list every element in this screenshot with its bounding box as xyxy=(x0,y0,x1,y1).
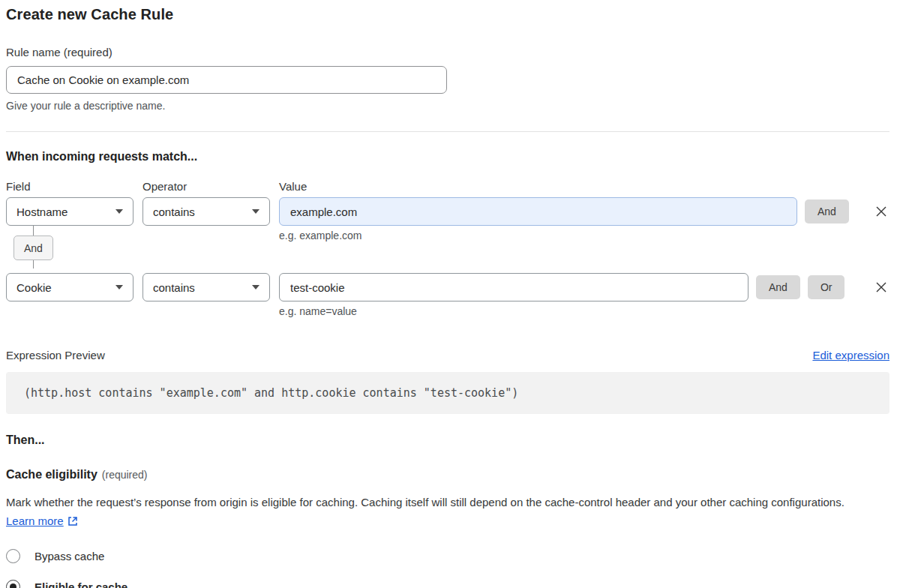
chevron-down-icon xyxy=(252,209,260,214)
operator-select-value: contains xyxy=(153,206,195,218)
value-input-row2[interactable] xyxy=(279,273,748,302)
value-column-row1: e.g. example.com xyxy=(279,197,797,242)
radio-unchecked-icon[interactable] xyxy=(6,549,20,563)
create-cache-rule-form: Create new Cache Rule Rule name (require… xyxy=(6,0,890,588)
remove-row2-button[interactable] xyxy=(873,279,890,296)
description-text: Mark whether the request’s response from… xyxy=(6,496,844,508)
close-icon xyxy=(875,281,887,293)
then-heading: Then... xyxy=(6,434,890,447)
edit-expression-link[interactable]: Edit expression xyxy=(812,349,890,362)
expression-header: Expression Preview Edit expression xyxy=(6,349,890,362)
connector-and-button[interactable]: And xyxy=(14,236,53,260)
value-input-row1[interactable] xyxy=(279,197,797,226)
radio-label: Bypass cache xyxy=(34,550,104,562)
required-tag: (required) xyxy=(102,469,148,481)
radio-checked-icon[interactable] xyxy=(6,580,20,588)
rule-name-label: Rule name (required) xyxy=(6,46,890,58)
expression-preview-label: Expression Preview xyxy=(6,349,105,362)
match-row-1: Hostname contains e.g. example.com And xyxy=(6,197,890,242)
or-button-row2[interactable]: Or xyxy=(808,275,845,299)
radio-option-bypass-cache[interactable]: Bypass cache xyxy=(6,549,890,563)
field-select-hostname[interactable]: Hostname xyxy=(6,197,134,226)
row-connector: And xyxy=(6,242,890,268)
field-select-cookie[interactable]: Cookie xyxy=(6,273,134,302)
operator-select-row1[interactable]: contains xyxy=(142,197,270,226)
radio-label: Eligible for cache xyxy=(34,580,128,588)
operator-column-label: Operator xyxy=(142,180,270,193)
rule-name-help: Give your rule a descriptive name. xyxy=(6,100,890,112)
cache-eligibility-title: Cache eligibility xyxy=(6,468,98,481)
external-link-icon xyxy=(68,516,78,526)
radio-option-eligible-for-cache[interactable]: Eligible for cache xyxy=(6,580,890,588)
value-column-label: Value xyxy=(279,180,307,193)
chevron-down-icon xyxy=(252,285,260,290)
section-divider xyxy=(6,131,890,132)
learn-more-link[interactable]: Learn more xyxy=(6,514,64,527)
field-column-label: Field xyxy=(6,180,134,193)
chevron-down-icon xyxy=(116,285,123,290)
field-select-value: Hostname xyxy=(16,206,68,218)
operator-select-value: contains xyxy=(153,281,195,294)
cache-eligibility-heading: Cache eligibility(required) xyxy=(6,468,890,482)
operator-select-row2[interactable]: contains xyxy=(142,273,270,302)
value-hint-row2: e.g. name=value xyxy=(279,305,748,317)
close-icon xyxy=(875,206,887,218)
match-heading: When incoming requests match... xyxy=(6,150,890,164)
page-title: Create new Cache Rule xyxy=(6,0,890,23)
match-row-2: Cookie contains e.g. name=value And Or xyxy=(6,273,890,317)
and-button-row2[interactable]: And xyxy=(756,275,800,299)
field-select-value: Cookie xyxy=(16,281,52,294)
cache-eligibility-description: Mark whether the request’s response from… xyxy=(6,494,876,531)
value-hint-row1: e.g. example.com xyxy=(279,230,797,242)
rule-name-input[interactable] xyxy=(6,66,447,94)
expression-preview-box: (http.host contains "example.com" and ht… xyxy=(6,372,890,414)
and-button-row1[interactable]: And xyxy=(805,200,849,224)
chevron-down-icon xyxy=(116,209,123,214)
remove-row1-button[interactable] xyxy=(873,203,890,220)
value-column-row2: e.g. name=value xyxy=(279,273,748,317)
match-column-labels: Field Operator Value xyxy=(6,180,890,193)
